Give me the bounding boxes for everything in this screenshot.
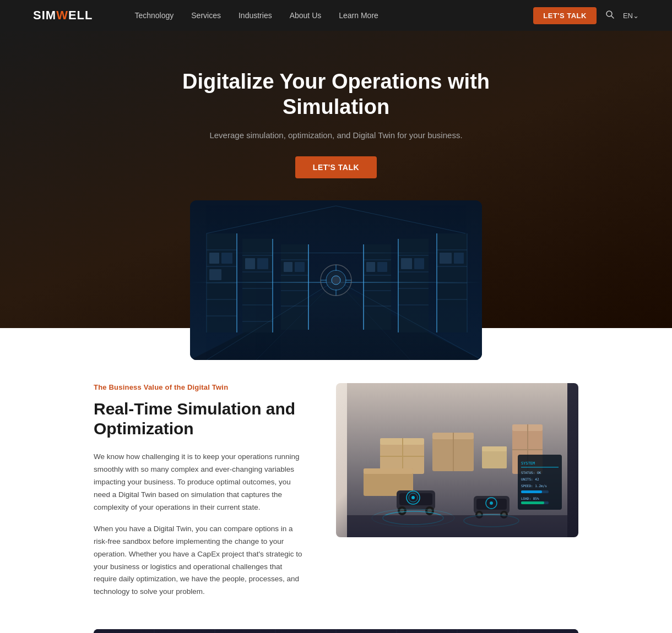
hero-section: Digitalize Your Operations with Simulati… — [0, 31, 672, 328]
nav-link-services[interactable]: Services — [182, 0, 230, 31]
section-heading: Real-Time Simulation and Optimization — [94, 399, 303, 439]
svg-text:SPEED: 1.2m/s: SPEED: 1.2m/s — [521, 484, 547, 488]
hero-title: Digitalize Your Operations with Simulati… — [171, 69, 501, 119]
search-icon[interactable] — [603, 10, 616, 21]
svg-rect-120 — [347, 515, 567, 537]
section-tag: The Business Value of the Digital Twin — [94, 383, 303, 391]
nav-links: Technology Services Industries About Us … — [126, 0, 533, 31]
svg-text:LOAD: 85%: LOAD: 85% — [521, 496, 539, 500]
svg-rect-116 — [521, 490, 542, 493]
lets-talk-button-nav[interactable]: LET'S TALK — [533, 7, 597, 24]
nav-actions: LET'S TALK EN⌄ — [533, 7, 639, 24]
svg-rect-80 — [453, 433, 454, 471]
warehouse-visualization — [190, 200, 482, 360]
robots-floor-image — [94, 629, 578, 633]
nav-link-industries[interactable]: Industries — [230, 0, 281, 31]
svg-text:UNITS: 42: UNITS: 42 — [521, 477, 539, 481]
robots-image: SYSTEM STATUS: OK UNITS: 42 SPEED: 1.2m/… — [336, 383, 578, 537]
svg-rect-111 — [521, 467, 559, 468]
logo[interactable]: SIMWELL — [33, 8, 93, 23]
content-left: The Business Value of the Digital Twin R… — [94, 383, 303, 607]
svg-rect-72 — [190, 200, 482, 360]
section-body-2: When you have a Digital Twin, you can co… — [94, 523, 303, 599]
svg-point-97 — [411, 496, 415, 499]
nav-link-about-us[interactable]: About Us — [281, 0, 330, 31]
svg-text:STATUS: OK: STATUS: OK — [521, 471, 541, 474]
nav-link-learn-more[interactable]: Learn More — [330, 0, 387, 31]
svg-rect-82 — [482, 446, 507, 451]
bottom-image-section — [72, 629, 600, 633]
navbar: SIMWELL Technology Services Industries A… — [0, 0, 672, 31]
svg-rect-88 — [364, 468, 413, 474]
hero-image — [190, 200, 482, 360]
language-selector[interactable]: EN⌄ — [623, 12, 639, 20]
hero-subtitle: Leverage simulation, optimization, and D… — [209, 130, 462, 140]
svg-rect-77 — [380, 456, 424, 457]
lets-talk-button-hero[interactable]: LET'S TALK — [295, 156, 377, 178]
svg-line-1 — [611, 16, 614, 18]
white-section: The Business Value of the Digital Twin R… — [0, 328, 672, 633]
logo-text: SIMWELL — [33, 8, 93, 23]
svg-text:SYSTEM: SYSTEM — [521, 461, 535, 466]
nav-link-technology[interactable]: Technology — [126, 0, 182, 31]
content-right: SYSTEM STATUS: OK UNITS: 42 SPEED: 1.2m/… — [336, 383, 578, 537]
svg-point-105 — [490, 501, 493, 505]
svg-rect-119 — [521, 501, 544, 504]
svg-rect-86 — [512, 449, 543, 450]
section-body-1: We know how challenging it is to keep yo… — [94, 451, 303, 514]
content-block: The Business Value of the Digital Twin R… — [72, 383, 600, 607]
logo-accent: W — [56, 8, 68, 22]
